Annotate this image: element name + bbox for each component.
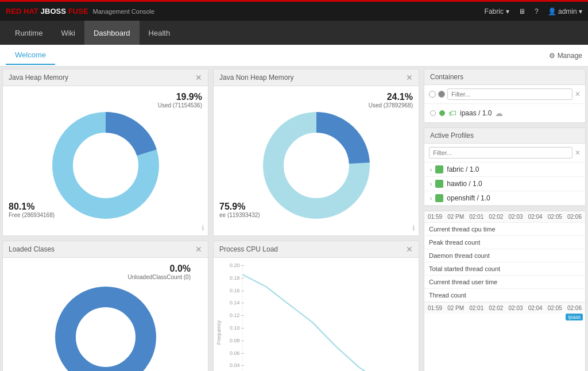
- brand-redhat: RED HAT: [6, 7, 38, 16]
- container-profile-icon: 🏷: [448, 109, 457, 118]
- java-heap-title: Java Heap Memory: [9, 74, 68, 82]
- nav-runtime[interactable]: Runtime: [6, 21, 52, 45]
- svg-point-7: [77, 308, 134, 366]
- java-heap-close[interactable]: ✕: [195, 73, 202, 82]
- containers-filter-input[interactable]: [447, 88, 572, 100]
- nav-wiki[interactable]: Wiki: [52, 21, 84, 45]
- gear-icon: ⚙: [549, 52, 555, 60]
- nonheap-used-label: 24.1% Used (37892968): [369, 92, 413, 109]
- profile-fabric-label[interactable]: fabric / 1.0: [447, 165, 479, 173]
- manage-button[interactable]: ⚙ Manage: [549, 52, 582, 60]
- loaded-classes-close[interactable]: ✕: [195, 245, 202, 254]
- metric-total-started: Total started thread count: [424, 262, 585, 276]
- profile-item-fabric: › fabric / 1.0: [424, 163, 585, 177]
- nonheap-close[interactable]: ✕: [406, 73, 413, 82]
- footer-time-02-05: 02:05: [548, 305, 562, 311]
- main-nav: Runtime Wiki Dashboard Health: [0, 21, 588, 45]
- svg-point-2: [74, 134, 137, 197]
- unloaded-label: 0.0% UnloadedClassCount (0): [127, 264, 191, 280]
- containers-header: Containers: [424, 69, 585, 85]
- cpu-load-content: Frequency 0.20 – 0.18 – 0.16 – 0.14 – 0.…: [214, 258, 419, 371]
- containers-title: Containers: [430, 73, 463, 81]
- heap-donut-chart: [42, 102, 169, 229]
- container-name[interactable]: ipaas / 1.0: [460, 109, 492, 117]
- containers-filter-clear[interactable]: ✕: [575, 90, 581, 98]
- time-02-01: 02:01: [469, 214, 483, 220]
- time-01-59: 01:59: [428, 214, 442, 220]
- footer-time-02-pm: 02 PM: [447, 305, 464, 311]
- cpu-load-close[interactable]: ✕: [406, 245, 413, 254]
- container-status-outer: [430, 110, 436, 116]
- metrics-footer-bar: ipaas: [424, 314, 585, 323]
- containers-panel: Containers ✕ 🏷 ipaas / 1.0 ☁: [424, 69, 586, 123]
- java-heap-panel: Java Heap Memory ✕ 19.9% Used (71154536)…: [2, 69, 208, 236]
- container-status-inner: [439, 110, 445, 116]
- chevron-right-icon-fabric: ›: [430, 167, 432, 173]
- cpu-load-header: Process CPU Load ✕: [214, 241, 419, 258]
- profiles-filter-row: ✕: [424, 144, 585, 163]
- cpu-load-title: Process CPU Load: [219, 245, 278, 253]
- chevron-down-icon: ▾: [506, 7, 509, 16]
- nonheap-donut-chart: [253, 102, 380, 229]
- containers-radio1[interactable]: [429, 91, 436, 98]
- profiles-filter-clear[interactable]: ✕: [575, 149, 581, 157]
- footer-time-02-01: 02:01: [469, 305, 483, 311]
- loaded-classes-panel: Loaded Clases ✕ 0.0% UnloadedClassCount …: [2, 241, 208, 371]
- loaded-classes-title: Loaded Clases: [9, 245, 55, 253]
- svg-point-5: [285, 134, 348, 197]
- profile-item-hawtio: › hawtio / 1.0: [424, 177, 585, 191]
- nonheap-content: 24.1% Used (37892968) 75.9% ee (11939343…: [214, 86, 419, 235]
- profile-item-openshift: › openshift / 1.0: [424, 191, 585, 206]
- cpu-y-axis-label: Frequency: [216, 320, 222, 345]
- nonheap-free-label: 75.9% ee (119393432): [219, 202, 260, 218]
- heap-info-icon: ℹ: [202, 224, 204, 232]
- container-item: 🏷 ipaas / 1.0 ☁: [424, 104, 585, 122]
- metric-daemon-thread: Daemon thread count: [424, 249, 585, 262]
- help-icon[interactable]: ?: [535, 7, 539, 16]
- containers-filter-row: ✕: [424, 85, 585, 104]
- footer-time-02-02: 02:02: [489, 305, 503, 311]
- brand-jboss: JBOSS: [41, 7, 66, 16]
- chevron-right-icon-hawtio: ›: [430, 181, 432, 187]
- profiles-title: Active Profiles: [430, 132, 474, 140]
- loaded-classes-content: 0.0% UnloadedClassCount (0) 100.0% Loade…: [3, 258, 208, 371]
- cpu-chart-svg: [242, 262, 414, 371]
- tab-welcome[interactable]: Welcome: [6, 46, 55, 65]
- containers-radio2[interactable]: [438, 91, 445, 98]
- cpu-load-panel: Process CPU Load ✕ Frequency 0.20 – 0.18…: [213, 241, 419, 371]
- nav-health[interactable]: Health: [140, 21, 180, 45]
- time-02-03: 02:03: [509, 214, 523, 220]
- monitor-icon[interactable]: 🖥: [519, 7, 525, 16]
- ipaas-badge: ipaas: [566, 314, 583, 320]
- dashboard: Java Heap Memory ✕ 19.9% Used (71154536)…: [0, 67, 588, 371]
- footer-time-02-06: 02:06: [567, 305, 582, 311]
- fabric-button[interactable]: Fabric ▾: [485, 7, 509, 16]
- chevron-right-icon-openshift: ›: [430, 195, 432, 202]
- time-02-04: 02:04: [528, 214, 543, 220]
- footer-time-02-04: 02:04: [528, 305, 543, 311]
- time-02-pm: 02 PM: [447, 214, 464, 220]
- profiles-filter-input[interactable]: [429, 147, 572, 159]
- loaded-classes-donut: [48, 280, 163, 371]
- profile-hawtio-label[interactable]: hawtio / 1.0: [447, 180, 482, 188]
- java-heap-content: 19.9% Used (71154536) 80.1% Free (286934…: [3, 86, 208, 235]
- admin-menu[interactable]: 👤 admin ▾: [548, 7, 582, 16]
- time-02-06: 02:06: [567, 214, 582, 220]
- profile-openshift-label[interactable]: openshift / 1.0: [447, 194, 490, 202]
- time-02-05: 02:05: [548, 214, 562, 220]
- java-nonheap-panel: Java Non Heap Memory ✕ 24.1% Used (37892…: [213, 69, 419, 236]
- nav-dashboard[interactable]: Dashboard: [84, 21, 140, 45]
- metric-current-thread-cpu: Current thread cpu time: [424, 223, 585, 236]
- active-profiles-panel: Active Profiles ✕ › fabric / 1.0 › hawti…: [424, 127, 586, 206]
- footer-time-01-59: 01:59: [428, 305, 442, 311]
- footer-time-02-03: 02:03: [509, 305, 523, 311]
- java-heap-header: Java Heap Memory ✕: [3, 69, 208, 86]
- topbar: RED HAT JBOSS FUSE Management Console Fa…: [0, 0, 588, 21]
- metric-peak-thread: Peak thread count: [424, 236, 585, 249]
- cloud-icon: ☁: [495, 109, 503, 118]
- nonheap-header: Java Non Heap Memory ✕: [214, 69, 419, 86]
- profiles-header: Active Profiles: [424, 128, 585, 144]
- nonheap-title: Java Non Heap Memory: [219, 74, 293, 82]
- heap-free-label: 80.1% Free (286934168): [9, 202, 55, 218]
- tabbar: Welcome ⚙ Manage: [0, 45, 588, 67]
